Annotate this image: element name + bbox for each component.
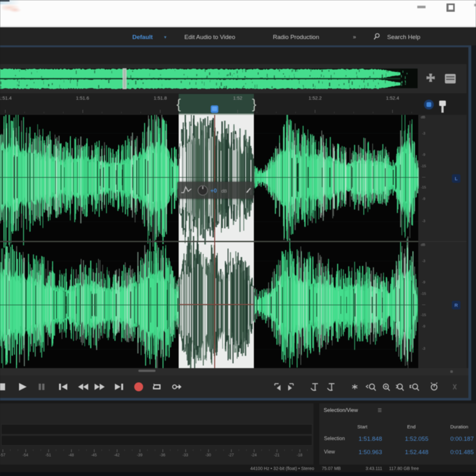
svg-text:dB: dB — [221, 188, 227, 194]
svg-text:{: { — [176, 96, 181, 111]
svg-text:1:51.4: 1:51.4 — [0, 95, 12, 101]
svg-text:1:51.8: 1:51.8 — [154, 95, 167, 101]
svg-text:1:52.4: 1:52.4 — [386, 95, 399, 101]
svg-text:+0: +0 — [210, 188, 217, 194]
svg-text:1:52: 1:52 — [233, 95, 242, 101]
svg-text:1:52.2: 1:52.2 — [308, 95, 322, 101]
svg-text:}: } — [252, 96, 256, 111]
svg-text:1:51.6: 1:51.6 — [76, 95, 89, 101]
